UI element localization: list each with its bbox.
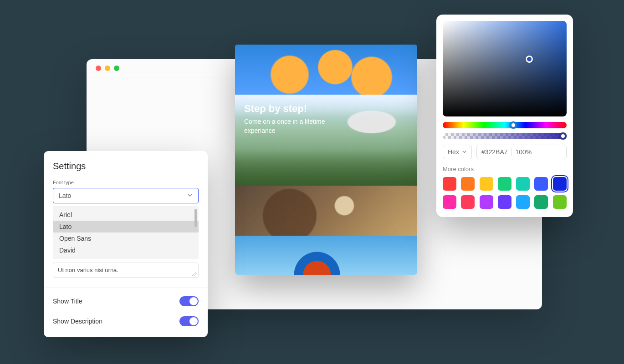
description-textarea[interactable]: Ut non varius nisi urna. bbox=[53, 263, 199, 278]
color-swatch[interactable] bbox=[516, 177, 530, 191]
color-swatch[interactable] bbox=[443, 195, 456, 209]
color-swatch[interactable] bbox=[553, 195, 567, 209]
font-option-open-sans[interactable]: Open Sans bbox=[53, 233, 199, 244]
color-swatch[interactable] bbox=[461, 177, 475, 191]
show-description-toggle[interactable] bbox=[179, 316, 199, 326]
description-value: Ut non varius nisi urna. bbox=[58, 267, 118, 273]
show-title-toggle[interactable] bbox=[179, 296, 199, 306]
carousel-slide-flowers[interactable] bbox=[235, 45, 417, 95]
alpha-slider-handle[interactable] bbox=[559, 132, 567, 140]
color-swatch[interactable] bbox=[534, 195, 548, 209]
chevron-down-icon bbox=[187, 192, 193, 199]
settings-panel: Settings Font type Lato Ariel Lato Open … bbox=[44, 151, 208, 337]
color-swatch[interactable] bbox=[443, 177, 456, 191]
color-swatch[interactable] bbox=[480, 195, 493, 209]
carousel-slide-carousel-ride[interactable] bbox=[235, 236, 417, 275]
hue-slider[interactable] bbox=[443, 122, 567, 128]
dropdown-scrollbar[interactable] bbox=[194, 209, 197, 227]
color-swatch[interactable] bbox=[498, 177, 511, 191]
color-swatch[interactable] bbox=[553, 177, 567, 191]
color-mode-select[interactable]: Hex bbox=[443, 145, 472, 159]
show-title-label: Show Title bbox=[53, 298, 82, 305]
color-swatch[interactable] bbox=[461, 195, 475, 209]
font-type-value: Lato bbox=[59, 192, 71, 199]
carousel-slide-hiking[interactable]: Step by step! Come on a once in a lifeti… bbox=[235, 95, 417, 186]
font-option-lato[interactable]: Lato bbox=[53, 221, 199, 233]
color-value-input[interactable]: #322BA7 100% bbox=[476, 145, 567, 159]
carousel-slide-toast[interactable] bbox=[235, 186, 417, 236]
slide-title: Step by step! bbox=[244, 103, 335, 115]
window-close-icon[interactable] bbox=[96, 66, 101, 71]
font-option-david[interactable]: David bbox=[53, 244, 199, 256]
font-type-dropdown: Ariel Lato Open Sans David bbox=[53, 206, 199, 259]
font-type-select[interactable]: Lato bbox=[53, 188, 199, 203]
color-mode-value: Hex bbox=[448, 148, 459, 156]
input-divider bbox=[511, 148, 512, 156]
hue-slider-handle[interactable] bbox=[510, 121, 517, 129]
settings-title: Settings bbox=[53, 161, 199, 172]
font-option-ariel[interactable]: Ariel bbox=[53, 209, 199, 221]
window-maximize-icon[interactable] bbox=[114, 66, 119, 71]
chevron-down-icon bbox=[462, 148, 467, 156]
color-swatch[interactable] bbox=[516, 195, 530, 209]
color-swatch[interactable] bbox=[534, 177, 548, 191]
color-swatch[interactable] bbox=[480, 177, 493, 191]
color-hex-value: #322BA7 bbox=[481, 148, 508, 156]
alpha-slider[interactable] bbox=[443, 133, 567, 139]
slide-subtitle: Come on a once in a lifetime experiance bbox=[244, 117, 335, 135]
color-picker-panel: Hex #322BA7 100% More colors bbox=[436, 15, 573, 217]
color-alpha-value: 100% bbox=[516, 148, 532, 156]
resize-handle-icon[interactable] bbox=[192, 271, 197, 276]
settings-divider bbox=[44, 288, 208, 288]
more-colors-label: More colors bbox=[443, 166, 567, 172]
carousel-preview: Step by step! Come on a once in a lifeti… bbox=[235, 45, 417, 275]
color-picker-handle[interactable] bbox=[526, 56, 533, 63]
window-minimize-icon[interactable] bbox=[105, 66, 110, 71]
show-description-label: Show Description bbox=[53, 318, 102, 325]
color-swatches bbox=[443, 177, 567, 209]
color-saturation-area[interactable] bbox=[443, 21, 567, 116]
font-type-label: Font type bbox=[53, 180, 199, 185]
color-swatch[interactable] bbox=[498, 195, 511, 209]
